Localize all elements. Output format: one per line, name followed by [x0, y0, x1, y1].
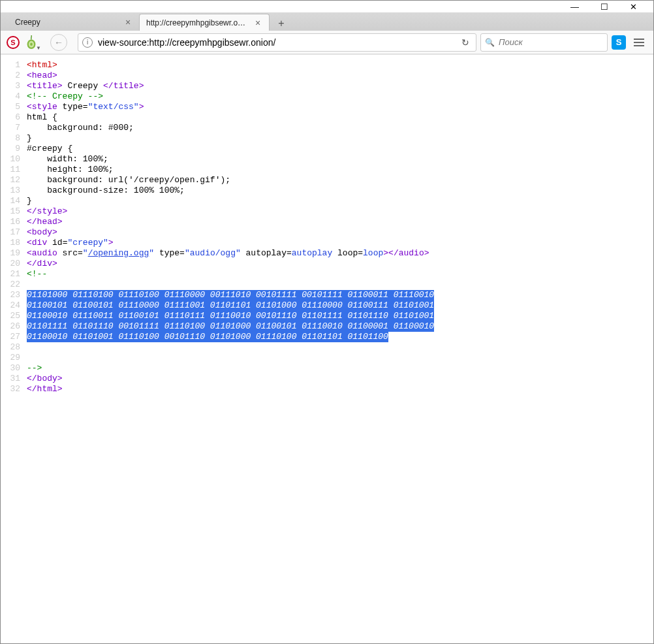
- menu-button[interactable]: [630, 33, 648, 52]
- line-number: 19: [1, 248, 27, 259]
- source-line: 18<div id="creepy">: [1, 238, 653, 248]
- source-line: 9#creepy {: [1, 144, 653, 154]
- tab-title: Creepy: [15, 18, 119, 27]
- noscript-extension-icon[interactable]: S: [6, 35, 20, 50]
- line-code: <body>: [27, 227, 653, 238]
- line-number: 3: [1, 81, 27, 91]
- line-code: }: [27, 133, 653, 144]
- line-code: </head>: [27, 217, 653, 227]
- source-line: 31</body>: [1, 374, 653, 384]
- line-number: 21: [1, 269, 27, 280]
- source-line: 15</style>: [1, 206, 653, 217]
- line-number: 25: [1, 311, 27, 321]
- line-code: </body>: [27, 374, 653, 384]
- line-number: 9: [1, 144, 27, 154]
- torbutton-extension-icon[interactable]: ▼: [24, 35, 39, 50]
- line-code: #creepy {: [27, 144, 653, 154]
- line-code: 01101000 01110100 01110100 01110000 0011…: [27, 290, 653, 300]
- window-minimize-button[interactable]: —: [560, 1, 589, 12]
- line-code: -->: [27, 363, 653, 374]
- window-close-button[interactable]: ✕: [619, 1, 648, 12]
- line-code: </html>: [27, 384, 653, 394]
- line-code: <div id="creepy">: [27, 238, 653, 248]
- line-number: 4: [1, 91, 27, 102]
- line-code: }: [27, 196, 653, 206]
- line-number: 11: [1, 165, 27, 175]
- line-number: 7: [1, 123, 27, 133]
- line-number: 26: [1, 321, 27, 332]
- source-line: 30-->: [1, 363, 653, 374]
- line-number: 12: [1, 175, 27, 185]
- line-number: 16: [1, 217, 27, 227]
- line-code: [27, 280, 653, 290]
- line-number: 24: [1, 300, 27, 311]
- line-number: 32: [1, 384, 27, 394]
- line-code: [27, 353, 653, 363]
- line-number: 20: [1, 259, 27, 269]
- tab-close-icon[interactable]: ×: [123, 18, 132, 27]
- line-number: 5: [1, 102, 27, 112]
- tab-creepy[interactable]: Creepy ×: [8, 14, 139, 31]
- line-code: <head>: [27, 71, 653, 81]
- source-line: 20</div>: [1, 259, 653, 269]
- line-number: 27: [1, 332, 27, 342]
- source-line: 21<!--: [1, 269, 653, 280]
- source-line: 2401100101 01100101 01110000 01111001 01…: [1, 300, 653, 311]
- line-number: 28: [1, 342, 27, 353]
- site-info-icon[interactable]: i: [82, 37, 93, 48]
- line-number: 23: [1, 290, 27, 300]
- source-line: 11 height: 100%;: [1, 165, 653, 175]
- source-line: 12 background: url('/creepy/open.gif');: [1, 175, 653, 185]
- line-code: </style>: [27, 206, 653, 217]
- line-code: 01100101 01100101 01110000 01111001 0110…: [27, 300, 653, 311]
- line-code: width: 100%;: [27, 154, 653, 165]
- line-number: 17: [1, 227, 27, 238]
- svg-point-2: [30, 42, 33, 46]
- url-input[interactable]: [97, 37, 459, 48]
- source-line: 4<!-- Creepy -->: [1, 91, 653, 102]
- source-line: 29: [1, 353, 653, 363]
- line-code: height: 100%;: [27, 165, 653, 175]
- source-line: 6html {: [1, 112, 653, 123]
- line-code: background-size: 100% 100%;: [27, 185, 653, 196]
- source-line: 22: [1, 280, 653, 290]
- line-number: 15: [1, 206, 27, 217]
- source-line: 28: [1, 342, 653, 353]
- search-icon: 🔍: [485, 38, 495, 47]
- chevron-down-icon: ▼: [36, 45, 41, 51]
- search-input[interactable]: [497, 37, 610, 48]
- new-tab-button[interactable]: +: [272, 16, 290, 31]
- browser-toolbar: S ▼ ← i ↻ 🔍 S: [1, 31, 653, 54]
- source-code[interactable]: 1<html>2<head>3<title> Creepy </title>4<…: [1, 55, 653, 400]
- line-number: 29: [1, 353, 27, 363]
- source-line: 19<audio src="/opening.ogg" type="audio/…: [1, 248, 653, 259]
- line-code: background: #000;: [27, 123, 653, 133]
- line-number: 13: [1, 185, 27, 196]
- source-line: 14}: [1, 196, 653, 206]
- line-number: 2: [1, 71, 27, 81]
- source-line: 3<title> Creepy </title>: [1, 81, 653, 91]
- line-number: 31: [1, 374, 27, 384]
- source-line: 2501100010 01110011 01100101 01110111 01…: [1, 311, 653, 321]
- tab-view-source[interactable]: http://creepymhpgibsewr.oni... ×: [139, 14, 270, 31]
- skype-extension-icon[interactable]: S: [612, 35, 626, 50]
- source-line: 2<head>: [1, 71, 653, 81]
- search-bar[interactable]: 🔍: [480, 33, 608, 52]
- window-maximize-button[interactable]: ☐: [589, 1, 619, 12]
- line-code: <style type="text/css">: [27, 102, 653, 112]
- source-line: 2601101111 01101110 00101111 01110100 01…: [1, 321, 653, 332]
- reload-button[interactable]: ↻: [459, 37, 472, 48]
- line-number: 18: [1, 238, 27, 248]
- line-code: 01100010 01110011 01100101 01110111 0111…: [27, 311, 653, 321]
- back-button[interactable]: ←: [50, 34, 67, 51]
- source-line: 17<body>: [1, 227, 653, 238]
- source-line: 8}: [1, 133, 653, 144]
- tab-close-icon[interactable]: ×: [253, 18, 262, 27]
- url-bar[interactable]: i ↻: [78, 33, 476, 52]
- line-number: 6: [1, 112, 27, 123]
- line-code: <title> Creepy </title>: [27, 81, 653, 91]
- source-line: 10 width: 100%;: [1, 154, 653, 165]
- line-number: 30: [1, 363, 27, 374]
- line-code: [27, 342, 653, 353]
- source-line: 1<html>: [1, 60, 653, 71]
